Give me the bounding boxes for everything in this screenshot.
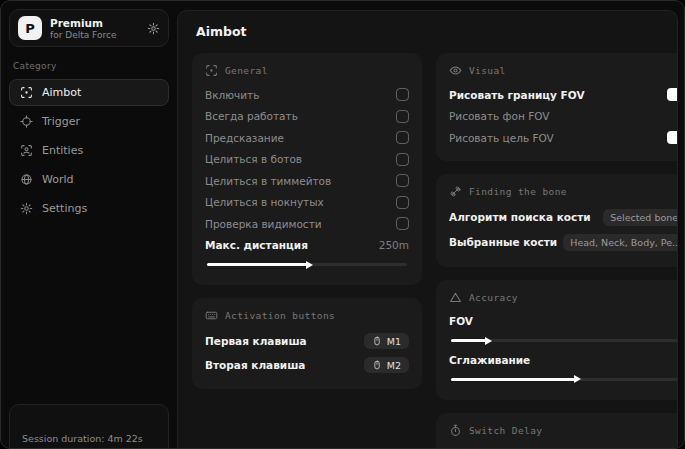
sidebar-item-settings[interactable]: Settings xyxy=(9,195,169,222)
target-bots-checkbox[interactable] xyxy=(396,153,409,166)
sidebar-item-label: Trigger xyxy=(42,115,80,128)
general-card: General Включить Всегда работать Предска… xyxy=(192,53,422,285)
section-title: Switch Delay xyxy=(469,425,542,436)
toggle-row-visibility-check: Проверка видимости xyxy=(205,213,409,235)
brand-card: P Premium for Delta Force xyxy=(9,9,169,47)
session-card: Session duration: 4m 22s xyxy=(9,404,169,449)
fov-target-color-swatch[interactable] xyxy=(667,131,678,144)
selected-bones-dropdown[interactable]: Head, Neck, Body, Pe.. xyxy=(563,234,678,251)
accuracy-header: Accuracy xyxy=(449,291,678,304)
switch-delay-header: Switch Delay xyxy=(449,424,678,437)
sidebar-item-trigger[interactable]: Trigger xyxy=(9,108,169,135)
scan-crosshair-icon xyxy=(205,64,218,77)
finding-bone-header: Finding the bone xyxy=(449,185,678,198)
toggle-label: Целиться в тиммейтов xyxy=(205,175,388,187)
smoothing-row: Сглаживание 50% xyxy=(449,349,678,371)
target-teammates-checkbox[interactable] xyxy=(396,174,409,187)
category-label: Category xyxy=(13,61,165,71)
toggle-row-target-knocked: Целиться в нокнутых xyxy=(205,192,409,214)
brand-title: Premium xyxy=(50,17,139,29)
mouse-icon xyxy=(372,360,382,370)
visual-card: Visual Рисовать границу FOV Рисовать фон… xyxy=(436,53,678,161)
toggle-label: Предсказание xyxy=(205,132,388,144)
globe-icon xyxy=(20,173,33,186)
brand-logo: P xyxy=(18,16,42,40)
switch-delay-toggle-row: Задержка переключения xyxy=(449,444,678,449)
slider-fill xyxy=(451,339,486,342)
max-distance-label: Макс. дистанция xyxy=(205,239,371,251)
section-title: Visual xyxy=(469,65,506,76)
sidebar-item-label: Aimbot xyxy=(42,86,81,99)
slider-fill xyxy=(451,378,575,381)
fov-border-color-swatch[interactable] xyxy=(667,88,678,101)
enable-checkbox[interactable] xyxy=(396,88,409,101)
section-title: Activation buttons xyxy=(225,310,335,321)
gear-icon[interactable] xyxy=(147,22,160,35)
toggle-row-target-bots: Целиться в ботов xyxy=(205,149,409,171)
max-distance-slider[interactable] xyxy=(207,259,407,269)
sidebar-item-label: Entities xyxy=(42,144,83,157)
slider-fill xyxy=(207,263,307,266)
fov-slider[interactable] xyxy=(451,335,678,345)
sidebar-item-aimbot[interactable]: Aimbot xyxy=(9,79,169,106)
brand-text: Premium for Delta Force xyxy=(50,17,139,40)
activation-buttons-card: Activation buttons Первая клавиша M1 Вто… xyxy=(192,298,422,389)
dropdown-value: Selected bone xyxy=(610,212,678,223)
sidebar-nav: Aimbot Trigger Entities World xyxy=(9,79,169,222)
toggle-label: Целиться в нокнутых xyxy=(205,196,388,208)
first-key-label: Первая клавиша xyxy=(205,335,356,347)
sidebar-item-label: Settings xyxy=(42,202,87,215)
draw-fov-background-label: Рисовать фон FOV xyxy=(449,110,678,122)
mouse-icon xyxy=(372,336,382,346)
switch-delay-card: Switch Delay Задержка переключения Задер… xyxy=(436,413,678,449)
activation-header: Activation buttons xyxy=(205,309,409,322)
bone-algorithm-dropdown[interactable]: Selected bone xyxy=(603,209,678,226)
target-knocked-checkbox[interactable] xyxy=(396,196,409,209)
brand-logo-letter: P xyxy=(25,21,35,36)
max-distance-value: 250m xyxy=(379,239,409,251)
second-key-row: Вторая клавиша M2 xyxy=(205,353,409,377)
draw-fov-background-row: Рисовать фон FOV xyxy=(449,106,678,128)
sidebar-item-entities[interactable]: Entities xyxy=(9,137,169,164)
slider-thumb[interactable] xyxy=(485,337,492,345)
second-keybind-button[interactable]: M2 xyxy=(364,357,409,373)
app-window: P Premium for Delta Force Category Aimbo… xyxy=(0,0,685,449)
fov-row: FOV 50° xyxy=(449,311,678,333)
slider-thumb[interactable] xyxy=(574,375,581,383)
sidebar-item-label: World xyxy=(42,173,74,186)
visibility-check-checkbox[interactable] xyxy=(396,217,409,230)
selected-bones-row: Выбранные кости Head, Neck, Body, Pe.. xyxy=(449,230,678,255)
sidebar: P Premium for Delta Force Category Aimbo… xyxy=(1,1,177,448)
dropdown-value: Head, Neck, Body, Pe.. xyxy=(570,237,678,248)
always-work-checkbox[interactable] xyxy=(396,110,409,123)
toggle-label: Проверка видимости xyxy=(205,218,388,230)
section-title: Accuracy xyxy=(469,292,518,303)
selected-bones-label: Выбранные кости xyxy=(449,236,557,248)
triangle-icon xyxy=(449,291,462,304)
bone-icon xyxy=(449,185,462,198)
prediction-checkbox[interactable] xyxy=(396,131,409,144)
slider-thumb[interactable] xyxy=(306,261,313,269)
page-title: Aimbot xyxy=(196,24,659,39)
crosshair-icon xyxy=(20,115,33,128)
toggle-label: Всегда работать xyxy=(205,110,388,122)
brand-subtitle: for Delta Force xyxy=(50,30,139,40)
smoothing-slider[interactable] xyxy=(451,374,678,384)
scan-crosshair-icon xyxy=(20,86,33,99)
toggle-row-enable: Включить xyxy=(205,84,409,106)
session-duration-text: Session duration: 4m 22s xyxy=(22,433,143,444)
person-scan-icon xyxy=(20,144,33,157)
draw-fov-target-label: Рисовать цель FOV xyxy=(449,132,659,144)
first-keybind-button[interactable]: M1 xyxy=(364,333,409,349)
keybind-value: M2 xyxy=(387,360,401,371)
sidebar-item-world[interactable]: World xyxy=(9,166,169,193)
finding-bone-card: Finding the bone Алгоритм поиска кости S… xyxy=(436,174,678,267)
max-distance-row: Макс. дистанция 250m xyxy=(205,235,409,257)
section-title: General xyxy=(225,65,268,76)
general-header: General xyxy=(205,64,409,77)
main-panel: Aimbot General Включить Всег xyxy=(177,10,678,448)
smoothing-label: Сглаживание xyxy=(449,354,670,366)
draw-fov-target-row: Рисовать цель FOV xyxy=(449,127,678,149)
first-key-row: Первая клавиша M1 xyxy=(205,329,409,353)
section-title: Finding the bone xyxy=(469,186,567,197)
